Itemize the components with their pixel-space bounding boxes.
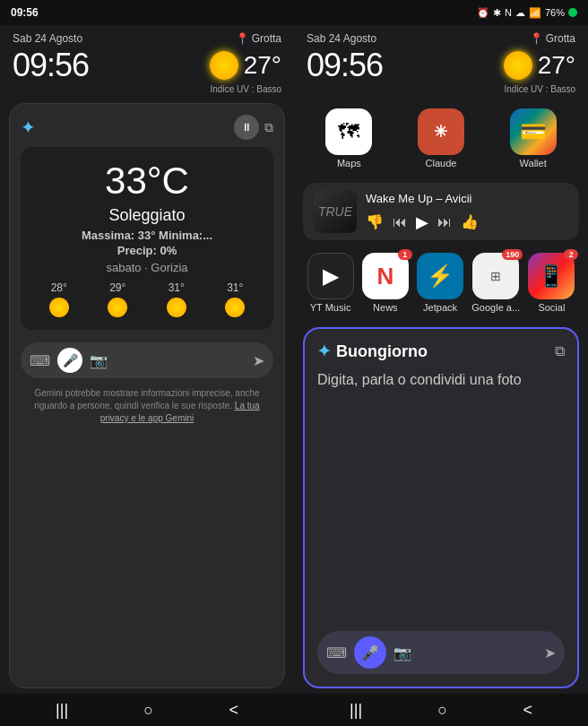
location-right: 📍 Grotta [530, 32, 575, 45]
social-icon[interactable]: 📱 2 [528, 253, 575, 299]
gemini-controls-left: ⏸ ⧉ [234, 115, 273, 140]
signal-icon: 📶 [529, 7, 541, 19]
app-news[interactable]: N 1 News [362, 253, 409, 313]
status-bar: 09:56 ⏰ ✱ N ☁ 📶 76% [0, 0, 588, 25]
gemini-title-row-right: ✦ Buongiorno ⧉ [317, 341, 565, 361]
maps-label: Maps [337, 158, 361, 169]
googleapps-label: Google a... [471, 302, 520, 313]
wallet-label: Wallet [520, 158, 547, 169]
hour-item-3: 31° [151, 281, 203, 317]
send-button-right[interactable]: ➤ [544, 644, 556, 661]
alarm-icon: ⏰ [477, 7, 489, 19]
camera-icon-right[interactable]: 📷 [393, 644, 411, 661]
app-social[interactable]: 📱 2 Social [528, 253, 575, 313]
date-left: Sab 24 Agosto [13, 32, 82, 45]
googleapps-icon[interactable]: ⊞ 190 [472, 253, 519, 299]
hour-sun-3 [167, 298, 186, 317]
claude-label: Claude [426, 158, 457, 169]
hour-item-4: 31° [210, 281, 262, 317]
mic-button-left[interactable]: 🎤 [57, 348, 82, 373]
sun-icon-right [504, 51, 532, 80]
pause-button[interactable]: ⏸ [234, 115, 259, 140]
temp-left: 27° [244, 51, 281, 80]
pin-icon-left: 📍 [236, 32, 249, 45]
gemini-subtitle-right: Digita, parla o condividi una foto [317, 370, 565, 622]
mic-active-indicator [568, 8, 577, 17]
apps-section-right-2: ▶ YT Music N 1 News ⚡ Jetpack ⊞ [294, 244, 588, 322]
time-temp-row-right: 09:56 27° [307, 47, 575, 84]
hour-sun-2 [108, 298, 127, 317]
location-left: 📍 Grotta [236, 32, 281, 45]
send-button-left[interactable]: ➤ [253, 352, 264, 369]
weather-condition: Soleggiato [33, 206, 261, 225]
hour-temp-1: 28° [51, 281, 67, 294]
gemini-disclaimer: Gemini potrebbe mostrare informazioni im… [21, 384, 273, 428]
apps-section-right: 🗺 Maps ✳ Claude 💳 Wallet [294, 98, 588, 179]
input-bar-right[interactable]: ⌨ 🎤 📷 ➤ [317, 631, 565, 674]
keyboard-icon-left[interactable]: ⌨ [30, 352, 50, 369]
notification-icon: N [505, 7, 512, 18]
mic-button-right[interactable]: 🎤 [354, 636, 386, 669]
nav-menu-right[interactable]: ||| [350, 701, 362, 720]
gemini-title-right: ✦ Buongiorno [317, 341, 428, 361]
external-link-icon[interactable]: ⧉ [264, 120, 273, 135]
googleapps-badge: 190 [502, 249, 523, 260]
news-badge: 1 [398, 249, 412, 260]
rewind-button[interactable]: ⏮ [393, 214, 407, 230]
battery-text: 76% [545, 7, 565, 18]
pin-icon-right: 📍 [530, 32, 543, 45]
weather-precip: Precip: 0% [33, 244, 261, 257]
nav-menu-left[interactable]: ||| [56, 701, 68, 720]
news-icon[interactable]: N 1 [362, 253, 409, 299]
left-panel: Sab 24 Agosto 📍 Grotta 09:56 27° Indice … [0, 25, 294, 694]
app-maps[interactable]: 🗺 Maps [325, 108, 372, 169]
gemini-widget-right: ✦ Buongiorno ⧉ Digita, parla o condividi… [303, 327, 579, 688]
app-claude[interactable]: ✳ Claude [418, 108, 464, 169]
sun-icon-left [210, 51, 238, 80]
jetpack-icon[interactable]: ⚡ [417, 253, 463, 299]
nav-home-left[interactable]: ○ [143, 701, 153, 720]
news-label: News [373, 302, 398, 313]
gemini-star-left: ✦ [21, 117, 36, 138]
ytmusic-icon[interactable]: ▶ [307, 253, 354, 299]
temp-widget-right: 27° [504, 51, 575, 80]
weather-header-right: Sab 24 Agosto 📍 Grotta 09:56 27° Indice … [294, 25, 588, 98]
hour-temp-3: 31° [169, 281, 185, 294]
weather-max-min: Massima: 33° Minima:... [33, 229, 261, 242]
status-time: 09:56 [11, 6, 39, 19]
app-googleapps[interactable]: ⊞ 190 Google a... [471, 253, 520, 313]
uv-index-left: Indice UV : Basso [13, 84, 281, 94]
social-badge: 2 [564, 249, 578, 260]
hour-temp-2: 29° [109, 281, 125, 294]
album-art: TRUE [314, 190, 357, 233]
maps-icon[interactable]: 🗺 [325, 108, 372, 155]
hour-temp-4: 31° [227, 281, 243, 294]
camera-icon-left[interactable]: 📷 [90, 352, 108, 369]
fast-forward-button[interactable]: ⏭ [437, 214, 452, 230]
big-temp: 33°C [33, 160, 261, 203]
play-button[interactable]: ▶ [416, 212, 428, 232]
thumbs-up-button[interactable]: 👍 [461, 213, 479, 230]
hour-sun-4 [225, 298, 245, 317]
panels-container: Sab 24 Agosto 📍 Grotta 09:56 27° Indice … [0, 25, 588, 694]
temp-widget-left: 27° [210, 51, 281, 80]
temp-right: 27° [538, 51, 575, 80]
claude-icon[interactable]: ✳ [418, 108, 464, 155]
nav-back-right[interactable]: < [523, 701, 532, 720]
app-ytmusic[interactable]: ▶ YT Music [307, 253, 354, 313]
app-jetpack[interactable]: ⚡ Jetpack [417, 253, 463, 313]
nav-home-right[interactable]: ○ [437, 701, 447, 720]
hour-sun-1 [49, 298, 69, 317]
time-temp-row-left: 09:56 27° [13, 47, 281, 84]
app-wallet[interactable]: 💳 Wallet [510, 108, 557, 169]
nav-back-left[interactable]: < [229, 701, 238, 720]
navigation-bar: ||| ○ < ||| ○ < [0, 694, 588, 726]
keyboard-icon-right[interactable]: ⌨ [326, 644, 347, 661]
thumbs-down-button[interactable]: 👎 [366, 213, 384, 230]
time-left: 09:56 [13, 47, 89, 84]
wallet-icon[interactable]: 💳 [510, 108, 557, 155]
input-bar-left[interactable]: ⌨ 🎤 📷 ➤ [21, 342, 273, 378]
gemini-header-left: ✦ ⏸ ⧉ [21, 115, 273, 140]
right-panel: Sab 24 Agosto 📍 Grotta 09:56 27° Indice … [294, 25, 588, 694]
external-link-right[interactable]: ⧉ [555, 343, 565, 359]
